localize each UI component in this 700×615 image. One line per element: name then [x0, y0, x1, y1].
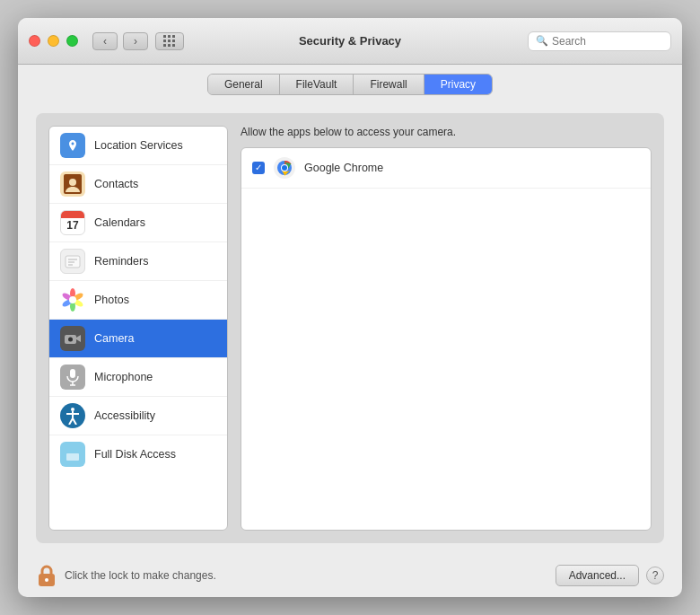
- minimize-button[interactable]: [48, 35, 59, 47]
- sidebar-item-microphone-label: Microphone: [94, 371, 153, 383]
- tab-general[interactable]: General: [208, 75, 280, 94]
- app-checkbox-chrome[interactable]: ✓: [252, 162, 265, 174]
- sidebar-item-camera-label: Camera: [94, 332, 134, 345]
- content-area: Location Services Contacts: [36, 113, 664, 543]
- advanced-button[interactable]: Advanced...: [556, 565, 639, 586]
- svg-point-1: [69, 179, 76, 186]
- svg-point-31: [45, 578, 48, 582]
- grid-button[interactable]: [155, 32, 184, 50]
- camera-icon: [60, 326, 85, 351]
- main-window: ‹ › Security & Privacy 🔍 General FileVau…: [18, 18, 682, 597]
- sidebar-item-camera[interactable]: Camera: [49, 320, 227, 358]
- maximize-button[interactable]: [66, 35, 78, 47]
- tabs-bar: General FileVault Firewall Privacy: [18, 65, 682, 102]
- sidebar-item-reminders-label: Reminders: [94, 255, 148, 268]
- tab-filevault[interactable]: FileVault: [280, 75, 354, 94]
- sidebar-item-photos-label: Photos: [94, 294, 129, 306]
- back-button[interactable]: ‹: [92, 32, 118, 50]
- tab-privacy[interactable]: Privacy: [424, 75, 492, 94]
- sidebar: Location Services Contacts: [48, 126, 228, 531]
- sidebar-item-contacts-label: Contacts: [94, 178, 138, 190]
- svg-line-23: [73, 418, 76, 425]
- chrome-icon: [274, 157, 295, 179]
- fulldisk-icon: [60, 442, 85, 467]
- sidebar-item-contacts[interactable]: Contacts: [49, 165, 227, 204]
- traffic-lights: [29, 35, 78, 47]
- photos-icon: [60, 287, 85, 312]
- help-button[interactable]: ?: [646, 567, 664, 584]
- forward-button[interactable]: ›: [123, 32, 148, 50]
- svg-point-13: [69, 296, 76, 303]
- sidebar-item-calendars[interactable]: 17 Calendars: [49, 204, 227, 242]
- lock-icon-wrap[interactable]: Click the lock to make changes.: [36, 563, 216, 588]
- location-icon: [60, 133, 85, 158]
- lock-icon: [36, 563, 57, 588]
- checkmark-icon: ✓: [255, 163, 262, 172]
- search-input[interactable]: [552, 35, 663, 48]
- grid-icon: [163, 35, 176, 48]
- svg-line-22: [69, 418, 73, 425]
- bottom-actions: Advanced... ?: [556, 565, 664, 586]
- sidebar-item-location[interactable]: Location Services: [49, 127, 227, 165]
- nav-buttons: ‹ ›: [92, 32, 148, 50]
- titlebar: ‹ › Security & Privacy 🔍: [18, 18, 682, 65]
- close-button[interactable]: [29, 35, 40, 47]
- svg-point-19: [71, 408, 74, 411]
- svg-point-29: [282, 165, 287, 171]
- window-title: Security & Privacy: [299, 34, 401, 48]
- main-content: Location Services Contacts: [18, 102, 682, 554]
- bottom-bar: Click the lock to make changes. Advanced…: [18, 554, 682, 597]
- svg-rect-16: [70, 369, 75, 378]
- sidebar-item-photos[interactable]: Photos: [49, 281, 227, 320]
- sidebar-item-location-label: Location Services: [94, 139, 183, 152]
- reminders-icon: [60, 249, 85, 274]
- accessibility-icon: [60, 403, 85, 428]
- apps-list: ✓: [241, 147, 652, 531]
- lock-text: Click the lock to make changes.: [65, 569, 216, 582]
- tabs-container: General FileVault Firewall Privacy: [207, 74, 493, 95]
- table-row: ✓: [241, 148, 651, 189]
- svg-point-15: [68, 338, 73, 342]
- microphone-icon: [60, 365, 85, 390]
- svg-rect-25: [66, 453, 79, 461]
- calendar-icon: 17: [60, 210, 85, 235]
- sidebar-item-microphone[interactable]: Microphone: [49, 358, 227, 397]
- sidebar-item-accessibility[interactable]: Accessibility: [49, 397, 227, 435]
- panel-description: Allow the apps below to access your came…: [241, 126, 652, 138]
- sidebar-item-fulldisk[interactable]: Full Disk Access: [49, 435, 227, 473]
- right-panel: Allow the apps below to access your came…: [241, 126, 652, 531]
- sidebar-item-reminders[interactable]: Reminders: [49, 242, 227, 281]
- search-icon: 🔍: [536, 35, 548, 47]
- tab-firewall[interactable]: Firewall: [354, 75, 424, 94]
- contacts-icon: [60, 171, 85, 197]
- app-name-chrome: Google Chrome: [304, 162, 383, 174]
- search-box[interactable]: 🔍: [528, 31, 671, 51]
- sidebar-item-accessibility-label: Accessibility: [94, 409, 155, 422]
- sidebar-item-calendars-label: Calendars: [94, 216, 145, 229]
- sidebar-item-fulldisk-label: Full Disk Access: [94, 448, 176, 461]
